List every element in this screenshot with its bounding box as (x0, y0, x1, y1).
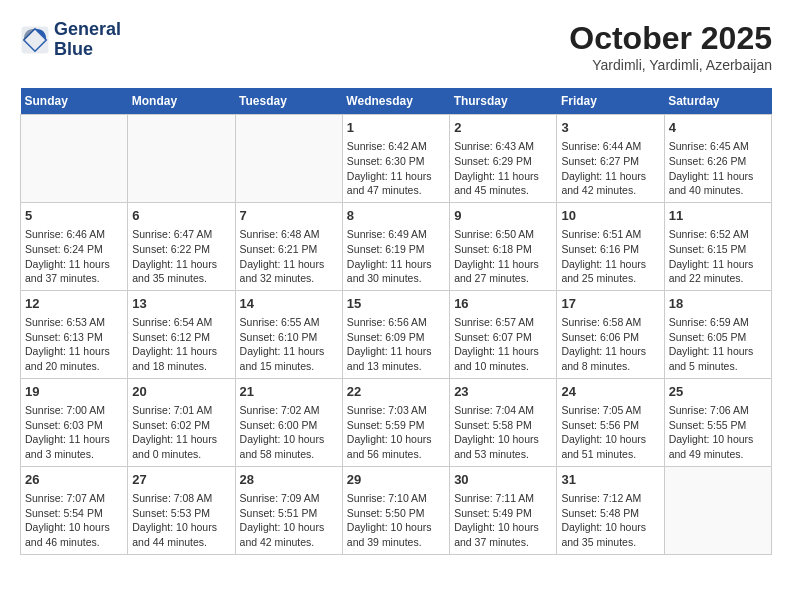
day-info: Sunrise: 7:05 AM Sunset: 5:56 PM Dayligh… (561, 404, 646, 460)
logo-icon (20, 25, 50, 55)
weekday-header: Wednesday (342, 88, 449, 115)
svg-rect-0 (22, 26, 49, 53)
day-number: 15 (347, 295, 445, 313)
logo-text: General Blue (54, 20, 121, 60)
day-number: 5 (25, 207, 123, 225)
weekday-header: Tuesday (235, 88, 342, 115)
day-number: 28 (240, 471, 338, 489)
calendar-cell (128, 115, 235, 203)
calendar-cell: 25Sunrise: 7:06 AM Sunset: 5:55 PM Dayli… (664, 378, 771, 466)
day-info: Sunrise: 7:12 AM Sunset: 5:48 PM Dayligh… (561, 492, 646, 548)
day-number: 1 (347, 119, 445, 137)
calendar-cell: 8Sunrise: 6:49 AM Sunset: 6:19 PM Daylig… (342, 202, 449, 290)
calendar-cell: 3Sunrise: 6:44 AM Sunset: 6:27 PM Daylig… (557, 115, 664, 203)
calendar-cell: 2Sunrise: 6:43 AM Sunset: 6:29 PM Daylig… (450, 115, 557, 203)
day-number: 9 (454, 207, 552, 225)
weekday-header: Saturday (664, 88, 771, 115)
day-info: Sunrise: 6:42 AM Sunset: 6:30 PM Dayligh… (347, 140, 432, 196)
day-number: 26 (25, 471, 123, 489)
calendar-cell: 21Sunrise: 7:02 AM Sunset: 6:00 PM Dayli… (235, 378, 342, 466)
logo: General Blue (20, 20, 121, 60)
day-info: Sunrise: 6:43 AM Sunset: 6:29 PM Dayligh… (454, 140, 539, 196)
day-info: Sunrise: 7:04 AM Sunset: 5:58 PM Dayligh… (454, 404, 539, 460)
calendar-header-row: SundayMondayTuesdayWednesdayThursdayFrid… (21, 88, 772, 115)
day-info: Sunrise: 6:55 AM Sunset: 6:10 PM Dayligh… (240, 316, 325, 372)
calendar-cell: 24Sunrise: 7:05 AM Sunset: 5:56 PM Dayli… (557, 378, 664, 466)
day-info: Sunrise: 7:09 AM Sunset: 5:51 PM Dayligh… (240, 492, 325, 548)
calendar-cell: 4Sunrise: 6:45 AM Sunset: 6:26 PM Daylig… (664, 115, 771, 203)
day-info: Sunrise: 7:06 AM Sunset: 5:55 PM Dayligh… (669, 404, 754, 460)
day-info: Sunrise: 6:47 AM Sunset: 6:22 PM Dayligh… (132, 228, 217, 284)
calendar-cell: 16Sunrise: 6:57 AM Sunset: 6:07 PM Dayli… (450, 290, 557, 378)
calendar-cell: 9Sunrise: 6:50 AM Sunset: 6:18 PM Daylig… (450, 202, 557, 290)
day-number: 2 (454, 119, 552, 137)
day-info: Sunrise: 6:56 AM Sunset: 6:09 PM Dayligh… (347, 316, 432, 372)
day-info: Sunrise: 7:02 AM Sunset: 6:00 PM Dayligh… (240, 404, 325, 460)
month-title: October 2025 (569, 20, 772, 57)
day-number: 7 (240, 207, 338, 225)
calendar-cell: 5Sunrise: 6:46 AM Sunset: 6:24 PM Daylig… (21, 202, 128, 290)
day-number: 6 (132, 207, 230, 225)
day-info: Sunrise: 6:59 AM Sunset: 6:05 PM Dayligh… (669, 316, 754, 372)
calendar-cell: 19Sunrise: 7:00 AM Sunset: 6:03 PM Dayli… (21, 378, 128, 466)
calendar-week-row: 1Sunrise: 6:42 AM Sunset: 6:30 PM Daylig… (21, 115, 772, 203)
day-info: Sunrise: 7:07 AM Sunset: 5:54 PM Dayligh… (25, 492, 110, 548)
day-info: Sunrise: 6:50 AM Sunset: 6:18 PM Dayligh… (454, 228, 539, 284)
calendar-cell: 23Sunrise: 7:04 AM Sunset: 5:58 PM Dayli… (450, 378, 557, 466)
calendar-cell: 13Sunrise: 6:54 AM Sunset: 6:12 PM Dayli… (128, 290, 235, 378)
day-info: Sunrise: 6:49 AM Sunset: 6:19 PM Dayligh… (347, 228, 432, 284)
day-info: Sunrise: 6:45 AM Sunset: 6:26 PM Dayligh… (669, 140, 754, 196)
calendar: SundayMondayTuesdayWednesdayThursdayFrid… (20, 88, 772, 555)
calendar-cell: 10Sunrise: 6:51 AM Sunset: 6:16 PM Dayli… (557, 202, 664, 290)
calendar-cell: 14Sunrise: 6:55 AM Sunset: 6:10 PM Dayli… (235, 290, 342, 378)
day-number: 30 (454, 471, 552, 489)
calendar-cell: 1Sunrise: 6:42 AM Sunset: 6:30 PM Daylig… (342, 115, 449, 203)
day-info: Sunrise: 6:52 AM Sunset: 6:15 PM Dayligh… (669, 228, 754, 284)
day-info: Sunrise: 7:00 AM Sunset: 6:03 PM Dayligh… (25, 404, 110, 460)
calendar-week-row: 12Sunrise: 6:53 AM Sunset: 6:13 PM Dayli… (21, 290, 772, 378)
day-number: 12 (25, 295, 123, 313)
day-info: Sunrise: 6:58 AM Sunset: 6:06 PM Dayligh… (561, 316, 646, 372)
day-number: 8 (347, 207, 445, 225)
day-number: 23 (454, 383, 552, 401)
calendar-cell: 20Sunrise: 7:01 AM Sunset: 6:02 PM Dayli… (128, 378, 235, 466)
calendar-cell: 22Sunrise: 7:03 AM Sunset: 5:59 PM Dayli… (342, 378, 449, 466)
calendar-cell: 17Sunrise: 6:58 AM Sunset: 6:06 PM Dayli… (557, 290, 664, 378)
day-number: 20 (132, 383, 230, 401)
day-number: 21 (240, 383, 338, 401)
calendar-cell: 18Sunrise: 6:59 AM Sunset: 6:05 PM Dayli… (664, 290, 771, 378)
day-number: 17 (561, 295, 659, 313)
calendar-cell: 29Sunrise: 7:10 AM Sunset: 5:50 PM Dayli… (342, 466, 449, 554)
day-info: Sunrise: 6:53 AM Sunset: 6:13 PM Dayligh… (25, 316, 110, 372)
day-info: Sunrise: 7:10 AM Sunset: 5:50 PM Dayligh… (347, 492, 432, 548)
calendar-cell: 7Sunrise: 6:48 AM Sunset: 6:21 PM Daylig… (235, 202, 342, 290)
day-info: Sunrise: 6:54 AM Sunset: 6:12 PM Dayligh… (132, 316, 217, 372)
calendar-cell: 6Sunrise: 6:47 AM Sunset: 6:22 PM Daylig… (128, 202, 235, 290)
calendar-cell: 30Sunrise: 7:11 AM Sunset: 5:49 PM Dayli… (450, 466, 557, 554)
location: Yardimli, Yardimli, Azerbaijan (569, 57, 772, 73)
calendar-cell (21, 115, 128, 203)
calendar-cell (235, 115, 342, 203)
day-info: Sunrise: 7:08 AM Sunset: 5:53 PM Dayligh… (132, 492, 217, 548)
calendar-week-row: 26Sunrise: 7:07 AM Sunset: 5:54 PM Dayli… (21, 466, 772, 554)
day-number: 11 (669, 207, 767, 225)
weekday-header: Thursday (450, 88, 557, 115)
day-number: 4 (669, 119, 767, 137)
day-info: Sunrise: 6:46 AM Sunset: 6:24 PM Dayligh… (25, 228, 110, 284)
day-number: 22 (347, 383, 445, 401)
day-number: 13 (132, 295, 230, 313)
day-info: Sunrise: 6:44 AM Sunset: 6:27 PM Dayligh… (561, 140, 646, 196)
calendar-cell: 31Sunrise: 7:12 AM Sunset: 5:48 PM Dayli… (557, 466, 664, 554)
day-info: Sunrise: 6:51 AM Sunset: 6:16 PM Dayligh… (561, 228, 646, 284)
calendar-cell (664, 466, 771, 554)
day-info: Sunrise: 7:03 AM Sunset: 5:59 PM Dayligh… (347, 404, 432, 460)
calendar-week-row: 19Sunrise: 7:00 AM Sunset: 6:03 PM Dayli… (21, 378, 772, 466)
day-number: 16 (454, 295, 552, 313)
calendar-cell: 26Sunrise: 7:07 AM Sunset: 5:54 PM Dayli… (21, 466, 128, 554)
day-number: 3 (561, 119, 659, 137)
page-header: General Blue October 2025 Yardimli, Yard… (20, 20, 772, 73)
weekday-header: Friday (557, 88, 664, 115)
day-number: 14 (240, 295, 338, 313)
day-number: 27 (132, 471, 230, 489)
day-info: Sunrise: 7:01 AM Sunset: 6:02 PM Dayligh… (132, 404, 217, 460)
